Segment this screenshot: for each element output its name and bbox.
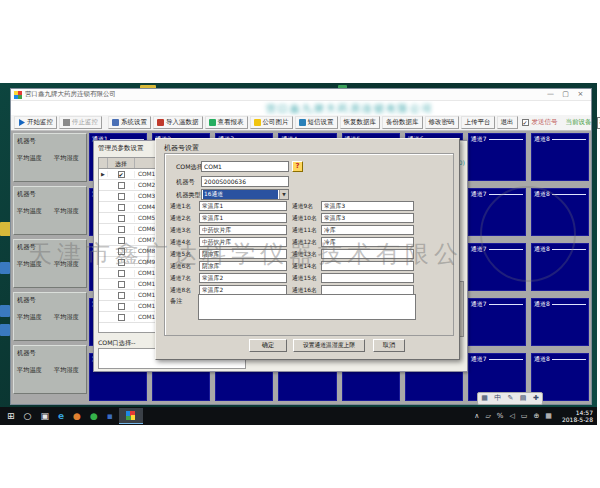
channel-name-input[interactable] — [321, 273, 414, 283]
close-button[interactable]: × — [573, 89, 588, 100]
channel-name-input[interactable] — [199, 249, 287, 259]
taskbar-app-icon[interactable]: ▪ — [107, 408, 113, 424]
toolbar-button[interactable]: 备份数据库 — [382, 116, 423, 129]
row-checkbox[interactable] — [118, 215, 125, 222]
channel-tile: 通道8 — [531, 133, 589, 181]
chevron-down-icon[interactable]: ▼ — [279, 190, 288, 199]
row-checkbox[interactable] — [118, 303, 125, 310]
ime-icon[interactable]: ▤ — [520, 393, 527, 404]
maximize-button[interactable]: ▢ — [558, 89, 573, 100]
channel-name-input[interactable] — [199, 261, 287, 271]
tray-icon[interactable]: % — [497, 412, 504, 420]
row-checkbox[interactable] — [118, 292, 125, 299]
channel-tile: 通道8 — [531, 188, 589, 236]
set-limits-button[interactable]: 设置通道温湿度上限 — [293, 339, 365, 352]
taskbar-app-icon[interactable]: e — [58, 408, 64, 424]
channel-tile-label: 通道8 — [534, 355, 550, 364]
channel-name-label: 通道15名 — [292, 274, 321, 283]
channel-name-input[interactable] — [321, 213, 414, 223]
note-textarea[interactable] — [198, 294, 416, 320]
row-checkbox[interactable] — [118, 237, 125, 244]
toolbar-buttons: 系统设置 导入温数据 查看报表 公司图片 短信设置 恢复数据库 — [108, 116, 518, 129]
com-input[interactable] — [201, 161, 289, 172]
row-checkbox[interactable] — [118, 204, 125, 211]
taskbar-app-icon[interactable]: ○ — [24, 408, 32, 424]
machine-no-input[interactable] — [201, 176, 289, 187]
channel-name-input[interactable] — [199, 213, 287, 223]
tray-icon[interactable]: ▦ — [545, 412, 552, 420]
channel-field-row: 通道7名 — [170, 273, 287, 283]
channel-name-input[interactable] — [321, 201, 414, 211]
send-signal-checkbox[interactable]: ✓ — [522, 119, 529, 126]
toolbar-button[interactable]: 系统设置 — [108, 116, 151, 129]
channel-name-input[interactable] — [199, 225, 287, 235]
row-checkbox[interactable]: ✔ — [118, 171, 125, 178]
select-column-header: 选择 — [108, 158, 135, 168]
channel-tile: 通道7 — [468, 133, 526, 181]
channel-name-label: 通道8名 — [170, 286, 199, 295]
ime-icon[interactable]: ▦ — [481, 393, 488, 404]
taskbar-app-icon[interactable]: ● — [73, 408, 81, 424]
row-checkbox[interactable] — [118, 314, 125, 321]
avg-humidity-label: 平均湿度 — [54, 313, 79, 322]
cancel-button[interactable]: 取消 — [373, 339, 405, 352]
tray-icon[interactable]: ∧ — [474, 412, 479, 420]
tile-divider — [489, 194, 523, 195]
channel-field-row: 通道1名 — [170, 201, 287, 211]
tray-icon[interactable]: ▭ — [521, 412, 528, 420]
stop-monitor-button[interactable]: 停止监控 — [59, 116, 102, 129]
com-label: COM选择 — [176, 163, 203, 172]
toolbar-button[interactable]: 导入温数据 — [153, 116, 203, 129]
start-monitor-button[interactable]: 开始监控 — [14, 116, 57, 129]
channel-name-input[interactable] — [199, 237, 287, 247]
row-checkbox[interactable] — [118, 270, 125, 277]
tray-icon[interactable]: ▱ — [485, 412, 490, 420]
row-checkbox[interactable] — [118, 259, 125, 266]
tray-icon[interactable]: ◁ — [509, 412, 514, 420]
ime-icon[interactable]: 中 — [494, 393, 501, 404]
channel-name-label: 通道3名 — [170, 226, 199, 235]
channel-name-input[interactable] — [321, 225, 414, 235]
channel-tile-label: 通道8 — [534, 300, 550, 309]
tray-icon[interactable]: ⊕ — [533, 412, 539, 420]
toolbar-button[interactable]: 修改密码 — [425, 116, 459, 129]
toolbar-button[interactable]: 上传平台 — [461, 116, 495, 129]
row-checkbox[interactable] — [118, 193, 125, 200]
taskbar-clock[interactable]: 14:57 2018-5-28 — [558, 409, 593, 423]
row-checkbox[interactable] — [118, 182, 125, 189]
device-dropdown[interactable]: 机器号 2000S000636 16通道 ▼ — [597, 117, 600, 129]
toolbar-button[interactable]: 短信设置 — [295, 116, 338, 129]
ime-icon[interactable]: ✚ — [533, 393, 539, 404]
active-app-button[interactable] — [119, 408, 143, 424]
channel-tile-label: 通道7 — [471, 245, 487, 254]
channel-field-row: 通道10名 — [292, 213, 414, 223]
desktop-icon[interactable] — [0, 262, 10, 274]
channel-name-input[interactable] — [321, 261, 414, 271]
machine-no-label: 机器号 — [17, 137, 36, 146]
row-checkbox[interactable] — [118, 226, 125, 233]
toolbar-button-icon — [112, 119, 119, 126]
desktop-icon[interactable] — [0, 305, 10, 317]
channel-name-input[interactable] — [199, 201, 287, 211]
channel-name-input[interactable] — [321, 237, 414, 247]
row-checkbox[interactable] — [118, 281, 125, 288]
ok-button[interactable]: 确定 — [249, 339, 287, 352]
avg-humidity-label: 平均湿度 — [54, 154, 79, 163]
machine-type-dropdown[interactable]: 16通道 ▼ — [201, 189, 289, 200]
toolbar-button[interactable]: 公司图片 — [250, 116, 293, 129]
ime-icon[interactable]: ✎ — [508, 393, 514, 404]
channel-name-input[interactable] — [321, 249, 414, 259]
toolbar-button[interactable]: 恢复数据库 — [340, 116, 381, 129]
toolbar-button[interactable]: 查看报表 — [205, 116, 248, 129]
minimize-button[interactable]: — — [543, 89, 558, 100]
desktop-icon[interactable] — [0, 324, 10, 336]
help-button[interactable]: ? — [292, 161, 303, 172]
taskbar-app-icon[interactable]: ⊞ — [7, 408, 15, 424]
row-checkbox[interactable] — [118, 248, 125, 255]
channel-tile-label: 通道7 — [471, 300, 487, 309]
taskbar-app-icon[interactable]: ● — [90, 408, 98, 424]
toolbar-button[interactable]: 退出 — [497, 116, 518, 129]
tile-divider — [552, 249, 586, 250]
taskbar-app-icon[interactable]: ▣ — [40, 408, 49, 424]
channel-name-input[interactable] — [199, 273, 287, 283]
